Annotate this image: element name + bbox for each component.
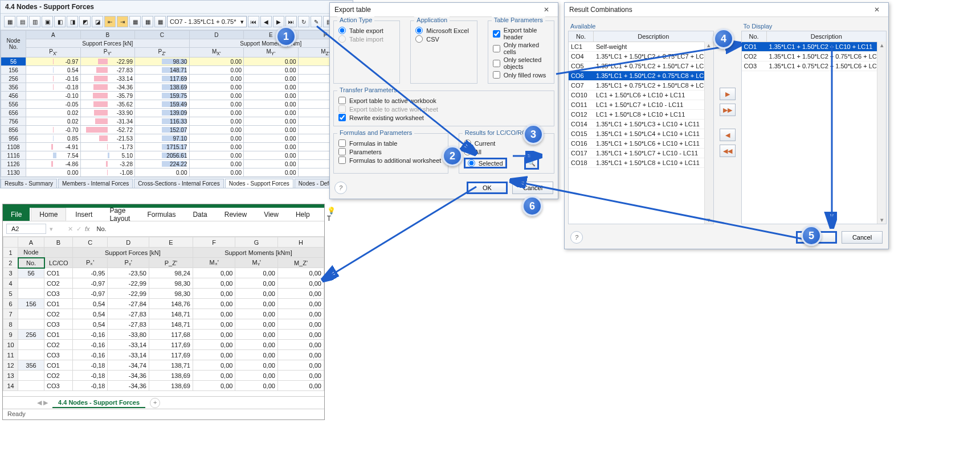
move-right-icon[interactable]: ▶ [720,88,736,100]
move-left-icon[interactable]: ◀ [720,129,736,141]
list-item[interactable]: LC1Self-weight [569,42,713,52]
help-icon[interactable]: ? [334,182,347,194]
help-icon[interactable]: ? [570,231,583,244]
list-item[interactable]: CO161.35*LC1 + 1.50*LC6 + LC10 + LC11 [569,139,713,149]
tb-icon[interactable]: ▦ [4,16,15,27]
todisplay-list[interactable]: No. Description CO11.35*LC1 + 1.50*LC2 +… [741,31,887,224]
tb-icon[interactable]: ▦ [142,16,153,27]
col-letter[interactable]: B [44,237,73,248]
rfem-tab[interactable]: Cross-Sections - Internal Forces [134,179,223,188]
table-row[interactable]: 11CO3-0,16-33,14117,690,000,000,00 [3,350,324,360]
table-row[interactable]: 356-0.18-34.36138.690.000.000.00 [1,83,353,92]
radio-selected[interactable]: Selected [464,158,507,168]
tb-icon[interactable]: ◪ [92,16,103,27]
radio-all[interactable]: All [464,148,549,155]
col-letter[interactable]: G [235,237,278,248]
ribbon-tab[interactable]: Formulas [139,208,183,221]
tb-icon[interactable]: ⇤ [104,16,116,27]
check-active-workbook[interactable]: Export table to active workbook [338,97,549,104]
list-item[interactable]: CO61.35*LC1 + 1.50*LC2 + 0.75*LC8 + LC10 [569,71,713,81]
col-letter[interactable]: D [108,237,149,248]
rfem-tab[interactable]: Members - Internal Forces [58,179,133,188]
table-row[interactable]: 11167.545.102056.610.000.000.00 [1,151,353,160]
scrollbar[interactable]: ▴▾ [704,42,713,224]
table-row[interactable]: 6156CO10,54-27,84148,760,000,000,00 [3,299,324,309]
check-formulas-additional-ws[interactable]: Formulas to additional worksheet [338,157,443,164]
ribbon-tab[interactable]: Home [31,208,66,221]
ribbon-tab[interactable]: Insert [67,208,100,221]
list-item[interactable]: CO11.35*LC1 + 1.50*LC2 + LC10 + LC11 [742,42,887,52]
tb-icon[interactable]: ⇥ [117,16,128,27]
nav-first-icon[interactable]: ⏮ [248,16,259,27]
radio-csv[interactable]: CSV [415,35,472,43]
list-item[interactable]: CO51.35*LC1 + 0.75*LC2 + 1.50*LC7 + LC10 [569,61,713,71]
row-header[interactable]: 2 [3,258,18,268]
list-item[interactable]: CO11LC1 + 1.50*LC7 + LC10 - LC11 [569,100,713,110]
table-row[interactable]: 7CO20,54-27,83148,710,000,000,00 [3,309,324,319]
list-item[interactable]: CO41.35*LC1 + 1.50*LC2 + 0.75*LC7 + LC10 [569,52,713,61]
tb-icon[interactable]: ▦ [154,16,166,27]
table-row[interactable]: 4CO2-0,97-22,9998,300,000,000,00 [3,278,324,289]
select-results-icon[interactable]: 🔍 [524,157,539,170]
table-row[interactable]: 14CO3-0,18-34,36138,690,000,000,00 [3,381,324,391]
check-parameters[interactable]: Parameters [338,148,443,155]
ribbon-tab[interactable]: View [256,208,287,221]
table-row[interactable]: 6560.02-33.90139.090.000.000.00 [1,109,353,117]
ok-button[interactable]: OK [467,182,508,194]
check-export-header[interactable]: Export table header [493,27,549,40]
check-selected-objects[interactable]: Only selected objects [493,56,549,70]
col-letter[interactable]: E [149,237,193,248]
table-row[interactable]: 1108-4.91-1.731715.170.000.000.00 [1,143,353,151]
list-item[interactable]: CO171.35*LC1 + 1.50*LC7 + LC10 - LC11 [569,149,713,158]
loadcase-combo[interactable]: CO7 - 1.35*LC1 + 0.75*▾ [167,16,247,27]
list-item[interactable]: CO31.35*LC1 + 0.75*LC2 + 1.50*LC6 + LC10 [742,61,887,71]
radio-table-export[interactable]: Table export [338,27,395,34]
table-row[interactable]: 456-0.10-35.79159.750.000.000.00 [1,92,353,100]
sheet-tab[interactable]: 4.4 Nodes - Support Forces [52,398,145,408]
col-letter[interactable]: C [73,237,108,248]
table-row[interactable]: 7560.02-31.34116.330.000.000.00 [1,117,353,126]
check-formulas-in-table[interactable]: Formulas in table [338,139,443,147]
check-rewrite-worksheet[interactable]: Rewrite existing worksheet [338,114,549,121]
row-header[interactable]: 1 [3,248,18,258]
tb-icon[interactable]: ◩ [79,16,91,27]
close-icon[interactable]: ✕ [870,6,884,14]
list-item[interactable]: CO141.35*LC1 + 1.50*LC3 + LC10 + LC11 [569,120,713,129]
col-letter[interactable]: A [18,237,44,248]
tb-icon[interactable]: ▣ [42,16,53,27]
tb-icon[interactable]: ◧ [54,16,66,27]
add-sheet-icon[interactable]: + [150,398,160,408]
table-row[interactable]: 856-0.70-52.72152.070.000.000.00 [1,126,353,134]
tb-icon[interactable]: ▥ [29,16,40,27]
table-row[interactable]: 556-0.05-35.62159.490.000.000.00 [1,100,353,109]
rfem-tab[interactable]: Nodes - Support Forces [225,179,293,188]
table-row[interactable]: 256-0.16-33.14117.690.000.000.00 [1,75,353,83]
check-marked-cells[interactable]: Only marked cells [493,42,549,55]
table-row[interactable]: 1126-4.86-3.28224.220.000.000.00 [1,160,353,168]
scrollbar[interactable]: ▴▾ [877,42,886,224]
col-letter[interactable]: F [193,237,235,248]
table-row[interactable]: 5CO3-0,97-22,9998,300,000,000,00 [3,289,324,299]
table-row[interactable]: 356CO1-0,95-23,5098,240,000,000,00 [3,268,324,278]
tb-icon[interactable]: ▤ [17,16,28,27]
list-item[interactable]: CO181.35*LC1 + 1.50*LC8 + LC10 + LC11 [569,158,713,168]
table-row[interactable]: 1560.54-27.83148.710.000.000.00 [1,66,353,75]
list-item[interactable]: CO10LC1 + 1.50*LC6 + LC10 + LC11 [569,90,713,100]
table-row[interactable]: 9256CO1-0,16-33,80117,680,000,000,00 [3,330,324,340]
table-row[interactable]: 12356CO1-0,18-34,74138,710,000,000,00 [3,360,324,371]
move-all-left-icon[interactable]: ◀◀ [720,145,736,157]
tb-icon[interactable]: ▦ [129,16,141,27]
table-row[interactable]: 9560.85-21.5397.100.000.000.00 [1,134,353,143]
excel-grid[interactable]: A B C D E F G H 1 Node Support Forces [k… [3,237,324,396]
tb-icon[interactable]: ✎ [311,16,322,27]
nav-last-icon[interactable]: ⏭ [285,16,297,27]
radio-excel[interactable]: Microsoft Excel [415,27,472,34]
list-item[interactable]: CO151.35*LC1 + 1.50*LC4 + LC10 + LC11 [569,129,713,139]
nav-prev-icon[interactable]: ◀ [260,16,272,27]
fx-icon[interactable]: fx [85,225,90,232]
ribbon-tab[interactable]: Review [217,208,255,221]
cancel-button[interactable]: Cancel [512,182,553,194]
nav-next-icon[interactable]: ▶ [273,16,284,27]
table-row[interactable]: 8CO30,54-27,83148,710,000,000,00 [3,319,324,330]
ribbon-tab[interactable]: Page Layout [101,208,138,221]
